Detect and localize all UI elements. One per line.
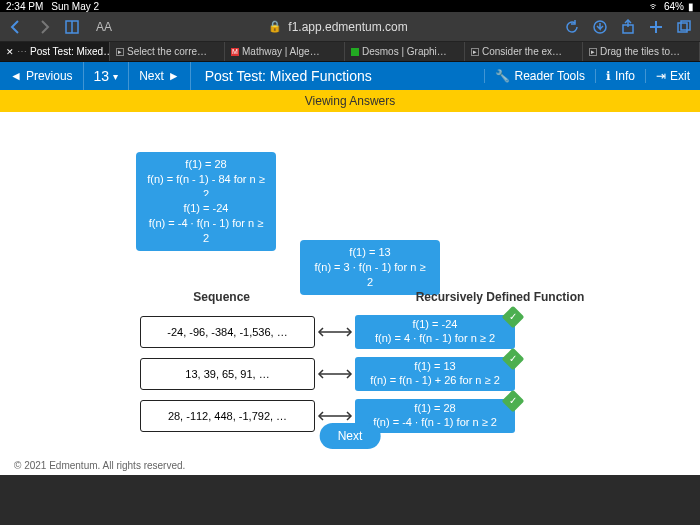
tab-label: Post Test: Mixed…	[30, 46, 110, 57]
sequence-box: 28, -112, 448, -1,792, …	[140, 400, 315, 432]
tab-favicon	[351, 48, 359, 56]
viewing-answers-banner: Viewing Answers	[0, 90, 700, 112]
ans-line1: f(1) = 28	[414, 402, 455, 416]
arrow-left-icon: ◄	[10, 69, 22, 83]
info-button[interactable]: ℹInfo	[595, 69, 645, 83]
ans-line2: f(n) = -4 · f(n - 1) for n ≥ 2	[373, 416, 497, 430]
browser-tab[interactable]: Desmos | Graphi…	[345, 42, 465, 61]
correct-check-icon	[502, 306, 525, 329]
sequence-box: -24, -96, -384, -1,536, …	[140, 316, 315, 348]
chevron-down-icon: ▾	[113, 71, 118, 82]
previous-label: Previous	[26, 69, 73, 83]
browser-toolbar: AA 🔒 f1.app.edmentum.com	[0, 12, 700, 42]
app-toolbar: ◄ Previous 13 ▾ Next ► Post Test: Mixed …	[0, 62, 700, 90]
tile-line1: f(1) = 13	[310, 245, 430, 260]
tab-label: Drag the tiles to…	[600, 46, 680, 57]
tab-label: Select the corre…	[127, 46, 207, 57]
copyright-footer: © 2021 Edmentum. All rights reserved.	[10, 460, 185, 475]
address-bar[interactable]: 🔒 f1.app.edmentum.com	[124, 20, 552, 34]
double-arrow-icon	[315, 326, 355, 338]
previous-button[interactable]: ◄ Previous	[0, 62, 84, 90]
browser-tab[interactable]: ▸Consider the ex…	[465, 42, 583, 61]
double-arrow-icon	[315, 410, 355, 422]
share-icon[interactable]	[620, 19, 636, 35]
tab-label: Desmos | Graphi…	[362, 46, 447, 57]
url-text: f1.app.edmentum.com	[288, 20, 407, 34]
browser-tab[interactable]: MMathway | Alge…	[225, 42, 345, 61]
question-number: 13	[94, 68, 110, 84]
correct-check-icon	[502, 390, 525, 413]
tile-line2: f(n) = 3 · f(n - 1) for n ≥ 2	[310, 260, 430, 290]
next-page-button[interactable]: Next	[320, 423, 381, 449]
tab-favicon: ▸	[471, 48, 479, 56]
answer-dropzone[interactable]: f(1) = -24 f(n) = 4 · f(n - 1) for n ≥ 2	[355, 315, 515, 349]
info-label: Info	[615, 69, 635, 83]
question-number-dropdown[interactable]: 13 ▾	[84, 62, 130, 90]
exit-label: Exit	[670, 69, 690, 83]
back-button[interactable]	[8, 19, 24, 35]
next-label: Next	[139, 69, 164, 83]
close-tab-icon[interactable]: ✕	[6, 47, 14, 57]
reader-tools-button[interactable]: 🔧Reader Tools	[484, 69, 595, 83]
page-title: Post Test: Mixed Functions	[191, 68, 485, 84]
forward-button[interactable]	[36, 19, 52, 35]
wifi-icon: ᯤ	[649, 0, 660, 12]
wrench-icon: 🔧	[495, 69, 510, 83]
text-size-button[interactable]: AA	[96, 20, 112, 34]
ans-line1: f(1) = 13	[414, 360, 455, 374]
content-area: f(1) = 28 f(n) = f(n - 1) - 84 for n ≥ 2…	[0, 112, 700, 475]
sequence-box: 13, 39, 65, 91, …	[140, 358, 315, 390]
match-row: 13, 39, 65, 91, … f(1) = 13 f(n) = f(n -…	[140, 356, 515, 392]
correct-check-icon	[502, 348, 525, 371]
status-date: Sun May 2	[51, 1, 99, 12]
browser-tab[interactable]: ✕ ⋯ Post Test: Mixed…	[0, 42, 110, 61]
function-header: Recursively Defined Function	[290, 290, 690, 304]
status-time: 2:34 PM	[6, 1, 43, 12]
reload-button[interactable]	[564, 19, 580, 35]
answer-dropzone[interactable]: f(1) = 28 f(n) = -4 · f(n - 1) for n ≥ 2	[355, 399, 515, 433]
tile-line1: f(1) = -24	[146, 201, 266, 216]
tile-line2: f(n) = -4 · f(n - 1) for n ≥ 2	[146, 216, 266, 246]
tab-label: Mathway | Alge…	[242, 46, 320, 57]
tab-label: Consider the ex…	[482, 46, 562, 57]
match-row: -24, -96, -384, -1,536, … f(1) = -24 f(n…	[140, 314, 515, 350]
bookmarks-icon[interactable]	[64, 19, 80, 35]
new-tab-icon[interactable]	[648, 19, 664, 35]
battery-text: 64%	[664, 1, 684, 12]
next-button[interactable]: Next ►	[129, 62, 191, 90]
tab-favicon: ▸	[589, 48, 597, 56]
draggable-tile[interactable]: f(1) = 13 f(n) = 3 · f(n - 1) for n ≥ 2	[300, 240, 440, 295]
draggable-tile[interactable]: f(1) = -24 f(n) = -4 · f(n - 1) for n ≥ …	[136, 196, 276, 251]
answer-dropzone[interactable]: f(1) = 13 f(n) = f(n - 1) + 26 for n ≥ 2	[355, 357, 515, 391]
exit-button[interactable]: ⇥Exit	[645, 69, 700, 83]
download-icon[interactable]	[592, 19, 608, 35]
ans-line2: f(n) = 4 · f(n - 1) for n ≥ 2	[375, 332, 495, 346]
tab-favicon: M	[231, 48, 239, 56]
ans-line2: f(n) = f(n - 1) + 26 for n ≥ 2	[370, 374, 500, 388]
exit-icon: ⇥	[656, 69, 666, 83]
tile-line1: f(1) = 28	[146, 157, 266, 172]
browser-tab[interactable]: ▸Drag the tiles to…	[583, 42, 700, 61]
battery-icon: ▮	[688, 1, 694, 12]
tab-strip: ✕ ⋯ Post Test: Mixed… ▸Select the corre……	[0, 42, 700, 62]
lock-icon: 🔒	[268, 20, 282, 33]
tab-favicon: ▸	[116, 48, 124, 56]
reader-tools-label: Reader Tools	[514, 69, 585, 83]
browser-tab[interactable]: ▸Select the corre…	[110, 42, 225, 61]
sequence-header: Sequence	[10, 290, 290, 304]
info-icon: ℹ	[606, 69, 611, 83]
double-arrow-icon	[315, 368, 355, 380]
ans-line1: f(1) = -24	[413, 318, 458, 332]
arrow-right-icon: ►	[168, 69, 180, 83]
ipad-status-bar: 2:34 PM Sun May 2 ᯤ 64% ▮	[0, 0, 700, 12]
tabs-icon[interactable]	[676, 19, 692, 35]
